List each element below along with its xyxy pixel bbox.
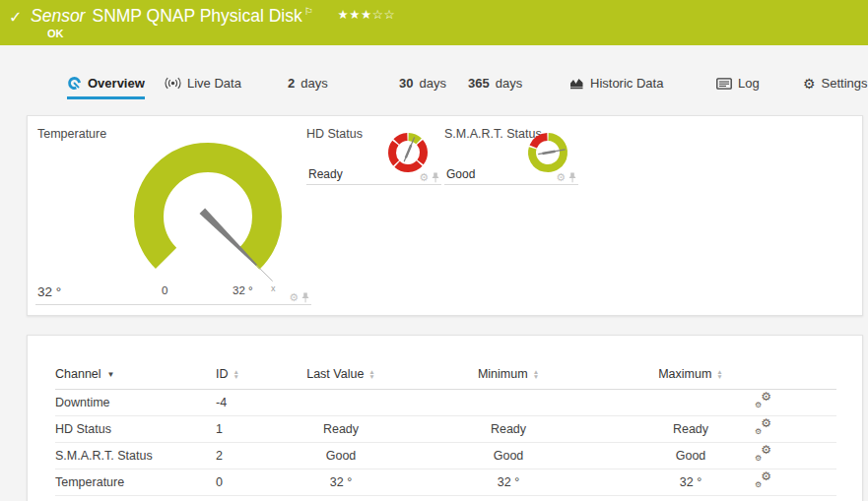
tab-historic-data-label: Historic Data — [590, 76, 663, 91]
live-data-icon — [165, 77, 181, 90]
tab-log-label: Log — [738, 76, 760, 91]
page-title: SNMP QNAP Physical Disk — [92, 6, 301, 26]
sort-icon: ▲▼ — [716, 369, 722, 379]
temperature-gauge: x — [90, 139, 316, 296]
priority-flag-icon[interactable]: ⚐ — [304, 6, 313, 17]
tile-tools: ⚙ — [556, 172, 576, 183]
log-icon — [716, 78, 732, 90]
cell-last-value: Good — [292, 442, 390, 469]
channel-gear-icon[interactable]: ⚙ — [556, 172, 566, 183]
gauge-scale-max: 32 ° — [233, 284, 253, 296]
gauge-current-value: 32 ° — [37, 284, 61, 299]
sensor-kind-label: Sensor — [31, 6, 85, 26]
channel-gear-icon[interactable]: ⚙ — [289, 292, 299, 303]
tab-365-days[interactable]: 365 days — [468, 70, 522, 96]
cell-id: 2 — [216, 442, 292, 469]
cell-channel: S.M.A.R.T. Status — [55, 442, 216, 469]
smart-status-gauge — [526, 131, 569, 174]
tab-settings-label: Settings — [822, 76, 868, 91]
pin-icon[interactable] — [432, 172, 439, 183]
cell-maximum: Good — [627, 442, 755, 469]
column-header-channel[interactable]: Channel▼ — [55, 359, 216, 389]
status-ok-check-icon: ✓ — [9, 8, 22, 27]
cell-minimum: Good — [390, 442, 627, 469]
sensor-header: ✓ SensorSNMP QNAP Physical Disk⚐ ★★★☆☆ O… — [0, 0, 868, 45]
tab-live-data[interactable]: Live Data — [165, 70, 241, 96]
cell-maximum: 32 ° — [627, 469, 755, 495]
gauges-panel: Temperature x 32 ° 0 32 ° ⚙ HD Status — [27, 115, 863, 316]
tab-30-days-number: 30 — [399, 76, 413, 91]
tile-tools: ⚙ — [289, 292, 309, 303]
priority-stars[interactable]: ★★★☆☆ — [338, 8, 396, 22]
gauge-title: HD Status — [306, 127, 363, 141]
channel-settings-icon[interactable]: ⚙⚙ — [755, 473, 771, 488]
gauge-tile-smart-status: S.M.A.R.T. Status Good ⚙ — [444, 127, 578, 185]
column-header-id[interactable]: ID▲▼ — [216, 359, 292, 389]
cell-id: -4 — [216, 389, 292, 415]
table-row-smart-status: S.M.A.R.T. Status 2 Good Good Good ⚙⚙ — [55, 442, 836, 469]
hd-status-gauge — [386, 131, 430, 174]
cell-minimum: Ready — [390, 415, 627, 442]
channel-settings-icon[interactable]: ⚙⚙ — [755, 394, 771, 408]
cell-id: 0 — [216, 469, 292, 495]
channel-settings-icon[interactable]: ⚙⚙ — [755, 420, 771, 435]
tab-overview[interactable]: Overview — [67, 70, 145, 96]
gauge-current-value: Good — [446, 167, 475, 181]
cell-last-value: Ready — [292, 415, 390, 442]
table-row-temperature: Temperature 0 32 ° 32 ° 32 ° ⚙⚙ — [55, 469, 836, 495]
column-header-last-value[interactable]: Last Value▲▼ — [292, 359, 390, 389]
sort-desc-icon: ▼ — [107, 370, 115, 379]
historic-chart-icon — [569, 77, 584, 90]
pin-icon[interactable] — [301, 292, 309, 303]
channel-settings-icon[interactable]: ⚙⚙ — [755, 447, 771, 462]
tab-live-data-label: Live Data — [187, 76, 241, 91]
cell-channel: HD Status — [55, 415, 216, 442]
sort-icon: ▲▼ — [533, 369, 539, 379]
gauge-icon — [67, 76, 82, 91]
needle-tip-marker: x — [271, 283, 276, 293]
cell-maximum — [627, 389, 755, 415]
table-header-row: Channel▼ ID▲▼ Last Value▲▼ Minimum▲▼ Max… — [55, 359, 836, 389]
sort-icon: ▲▼ — [368, 369, 374, 379]
cell-id: 1 — [216, 415, 292, 442]
tab-2-days-number: 2 — [288, 76, 295, 91]
cell-channel: Temperature — [55, 469, 216, 495]
tab-2-days-label: days — [300, 76, 327, 91]
tab-historic-data[interactable]: Historic Data — [569, 70, 663, 96]
prtg-sensor-page: ✓ SensorSNMP QNAP Physical Disk⚐ ★★★☆☆ O… — [0, 0, 868, 501]
column-header-actions — [755, 359, 836, 389]
cell-channel: Downtime — [55, 389, 216, 415]
gauge-scale-min: 0 — [162, 284, 167, 296]
gauge-tile-temperature: Temperature x 32 ° 0 32 ° ⚙ — [35, 127, 311, 305]
cell-minimum: 32 ° — [390, 469, 627, 495]
tile-tools: ⚙ — [419, 172, 439, 183]
cell-last-value: 32 ° — [292, 469, 390, 495]
gauge-current-value: Ready — [308, 167, 343, 181]
sort-icon: ▲▼ — [234, 369, 239, 379]
table-row-hd-status: HD Status 1 Ready Ready Ready ⚙⚙ — [55, 415, 836, 442]
sensor-title-line: SensorSNMP QNAP Physical Disk⚐ ★★★☆☆ — [31, 6, 395, 27]
tab-30-days[interactable]: 30 days — [399, 70, 446, 96]
tab-log[interactable]: Log — [716, 70, 760, 96]
tab-settings[interactable]: ⚙ Settings — [803, 70, 868, 96]
cell-last-value — [292, 389, 390, 415]
channel-gear-icon[interactable]: ⚙ — [419, 172, 429, 183]
channels-table: Channel▼ ID▲▼ Last Value▲▼ Minimum▲▼ Max… — [55, 359, 836, 496]
stars-empty[interactable]: ☆☆ — [372, 8, 395, 22]
tab-2-days[interactable]: 2 days — [288, 70, 328, 96]
pin-icon[interactable] — [568, 172, 576, 183]
tab-overview-label: Overview — [88, 76, 145, 91]
gauge-tile-hd-status: HD Status Ready ⚙ — [306, 127, 441, 185]
table-row-downtime: Downtime -4 ⚙⚙ — [55, 389, 836, 415]
cell-maximum: Ready — [627, 415, 755, 442]
column-header-minimum[interactable]: Minimum▲▼ — [390, 359, 627, 389]
tab-365-days-number: 365 — [468, 76, 490, 91]
tab-365-days-label: days — [496, 76, 522, 91]
cell-minimum — [390, 389, 627, 415]
stars-filled[interactable]: ★★★ — [338, 8, 372, 22]
channels-panel: Channel▼ ID▲▼ Last Value▲▼ Minimum▲▼ Max… — [27, 335, 863, 501]
sensor-status-badge: OK — [47, 28, 64, 39]
tab-30-days-label: days — [419, 76, 445, 91]
settings-gear-icon: ⚙ — [803, 77, 816, 91]
column-header-maximum[interactable]: Maximum▲▼ — [627, 359, 755, 389]
